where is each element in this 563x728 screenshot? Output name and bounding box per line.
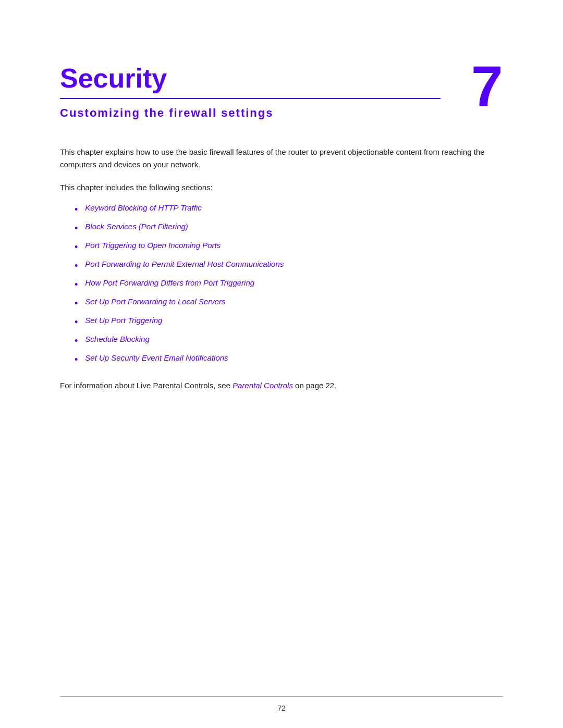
bullet-icon: •: [75, 240, 78, 254]
bullet-icon: •: [75, 334, 78, 348]
toc-link-setup-port-forwarding[interactable]: Set Up Port Forwarding to Local Servers: [85, 296, 225, 308]
list-item: • Set Up Security Event Email Notificati…: [60, 352, 503, 367]
title-divider: [60, 98, 440, 99]
toc-link-port-forwarding-permit[interactable]: Port Forwarding to Permit External Host …: [85, 258, 284, 270]
list-item: • Set Up Port Forwarding to Local Server…: [60, 296, 503, 311]
bullet-icon: •: [75, 297, 78, 311]
bullet-icon: •: [75, 203, 78, 217]
bullet-icon: •: [75, 221, 78, 236]
bullet-icon: •: [75, 259, 78, 273]
page-footer: 72: [0, 696, 563, 712]
list-item: • Keyword Blocking of HTTP Traffic: [60, 202, 503, 217]
footer-divider: [60, 696, 503, 697]
toc-link-schedule-blocking[interactable]: Schedule Blocking: [85, 334, 149, 346]
toc-link-security-email[interactable]: Set Up Security Event Email Notification…: [85, 352, 228, 364]
page-container: 7 Security Customizing the firewall sett…: [0, 0, 563, 728]
toc-link-port-forwarding-differs[interactable]: How Port Forwarding Differs from Port Tr…: [85, 277, 254, 289]
chapter-number: 7: [471, 57, 503, 115]
content-area: 7 Security Customizing the firewall sett…: [0, 0, 563, 434]
toc-link-setup-port-triggering[interactable]: Set Up Port Triggering: [85, 315, 162, 327]
list-item: • How Port Forwarding Differs from Port …: [60, 277, 503, 292]
intro-paragraph-1: This chapter explains how to use the bas…: [60, 146, 503, 171]
chapter-subtitle: Customizing the firewall settings: [60, 106, 503, 120]
sections-intro: This chapter includes the following sect…: [60, 181, 503, 194]
chapter-title: Security: [60, 63, 503, 94]
toc-link-port-triggering[interactable]: Port Triggering to Open Incoming Ports: [85, 240, 221, 252]
toc-link-block-services[interactable]: Block Services (Port Filtering): [85, 221, 188, 233]
toc-list: • Keyword Blocking of HTTP Traffic • Blo…: [60, 202, 503, 367]
list-item: • Port Triggering to Open Incoming Ports: [60, 240, 503, 254]
parental-controls-link[interactable]: Parental Controls: [232, 381, 293, 390]
bullet-icon: •: [75, 278, 78, 292]
list-item: • Schedule Blocking: [60, 334, 503, 348]
list-item: • Port Forwarding to Permit External Hos…: [60, 258, 503, 273]
footer-paragraph: For information about Live Parental Cont…: [60, 379, 503, 392]
header-section: 7 Security Customizing the firewall sett…: [60, 63, 503, 120]
footer-text-after: on page 22.: [293, 381, 336, 390]
list-item: • Block Services (Port Filtering): [60, 221, 503, 236]
bullet-icon: •: [75, 353, 78, 367]
footer-text-before: For information about Live Parental Cont…: [60, 381, 232, 390]
bullet-icon: •: [75, 315, 78, 329]
page-number: 72: [0, 704, 563, 712]
list-item: • Set Up Port Triggering: [60, 315, 503, 329]
toc-link-keyword-blocking[interactable]: Keyword Blocking of HTTP Traffic: [85, 202, 201, 214]
